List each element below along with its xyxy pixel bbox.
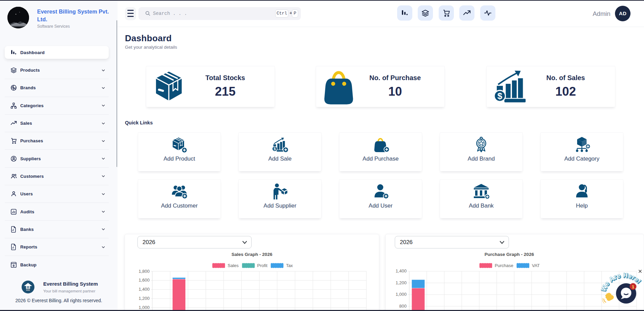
svg-text:1,600: 1,600 bbox=[138, 278, 150, 283]
svg-text:1,400: 1,400 bbox=[395, 269, 407, 273]
svg-text:1,200: 1,200 bbox=[395, 280, 407, 285]
svg-text:EBS: EBS bbox=[26, 289, 30, 291]
svg-text:1,000: 1,000 bbox=[395, 292, 407, 297]
svg-text:1,800: 1,800 bbox=[138, 269, 150, 274]
svg-text:$: $ bbox=[274, 147, 276, 151]
svg-text:1,400: 1,400 bbox=[138, 287, 150, 292]
svg-text:800: 800 bbox=[399, 304, 407, 309]
svg-text:1: 1 bbox=[632, 284, 634, 289]
svg-text:1,000: 1,000 bbox=[138, 305, 150, 310]
svg-text:1,200: 1,200 bbox=[138, 296, 150, 301]
